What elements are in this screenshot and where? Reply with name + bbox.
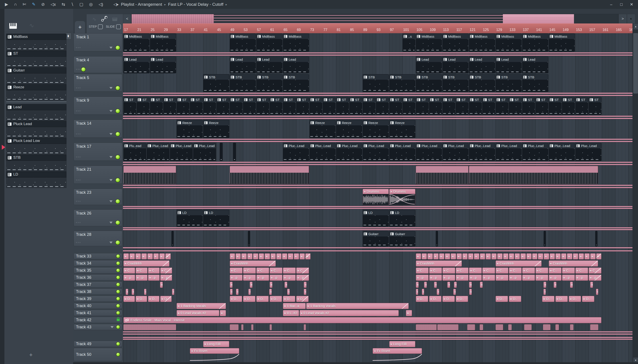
audio-clip[interactable]: » [123, 253, 129, 260]
audio-clip[interactable]: » [153, 253, 159, 260]
audio-clip-c-[interactable]: »C.. [588, 268, 601, 274]
track-mute-led[interactable] [115, 154, 120, 160]
audio-clip[interactable]: » [550, 253, 555, 260]
audio-clip-c-[interactable]: »C.. [482, 268, 495, 274]
navigator-scroll-right-button[interactable]: > [618, 14, 627, 24]
timeline-ruler[interactable]: 1721252933374145495357616569737781858993… [123, 24, 632, 34]
audio-clip--p[interactable]: »..p [562, 274, 575, 281]
collapsed-track-clip[interactable] [123, 141, 632, 142]
audio-clip-crashhhh[interactable]: »Crashhhh [549, 260, 598, 266]
collapsed-track-clip[interactable] [123, 116, 632, 117]
audio-clip--p[interactable]: »..p [575, 274, 588, 281]
audio-clip-d-[interactable]: »D.. [230, 296, 242, 302]
track-options-dots[interactable] [76, 222, 81, 223]
pattern-clip-st[interactable]: ST [509, 97, 522, 115]
close-button[interactable]: ✕ [629, 2, 634, 7]
audio-clip--p[interactable]: »..p [230, 274, 243, 281]
pattern-clip-st[interactable]: ST [296, 97, 309, 115]
audio-clip-c-[interactable]: »C.. [522, 268, 535, 274]
pattern-clip-reeze[interactable]: Reeze [177, 120, 203, 138]
pattern-clip-midbass[interactable]: MidBass [283, 34, 309, 52]
navigator-scroll-left-button[interactable]: < [123, 14, 131, 24]
track-1-lane[interactable]: MidBassMidBassMidBassMidBassMidBass..sMi… [123, 33, 632, 52]
audio-clip-0-lead-vocals-2[interactable]: »0 Lead Vocals #2 [177, 310, 219, 316]
track-mute-led[interactable] [115, 108, 120, 114]
track-39-lane[interactable]: »D..»D..»D..»D..»D..»D..»D..»D..»D..»D..… [123, 296, 632, 302]
audio-clip--p[interactable]: »..p [243, 274, 256, 281]
collapsed-track-clip[interactable] [123, 229, 632, 230]
audio-clip[interactable]: » [270, 282, 272, 288]
track-collapse-icon[interactable] [110, 242, 113, 244]
chopped-audio-clip[interactable] [251, 324, 253, 330]
track-options-dots[interactable] [76, 88, 81, 88]
pattern-clip-pluc-lead[interactable]: Pluc..Lead [469, 143, 495, 161]
pattern-clip-pluc-lead[interactable]: Pluc..Lead [495, 143, 522, 161]
audio-clip-fx-risert[interactable]: »Fx Risert [190, 348, 239, 361]
track-33-header[interactable]: Track 33 [74, 253, 122, 259]
audio-clip[interactable]: » [416, 289, 418, 295]
track-41-header[interactable]: Track 41 [74, 310, 122, 316]
delete-tool-icon[interactable]: ⊘ [41, 0, 45, 9]
pattern-clip-reeze[interactable]: Reeze [389, 120, 415, 138]
audio-clip[interactable]: » [282, 253, 287, 260]
collapsed-track-strips[interactable] [123, 138, 632, 142]
track-options-dots[interactable] [76, 180, 81, 180]
audio-clip[interactable]: » [497, 253, 502, 260]
audio-clip[interactable]: » [439, 253, 444, 260]
audio-clip[interactable]: » [265, 253, 270, 260]
pattern-clip-pluc-lead[interactable]: Pluc..Lead [522, 143, 548, 161]
audio-clip-d-[interactable]: »D.. [256, 296, 269, 302]
pattern-clip-st[interactable]: ST [137, 97, 150, 115]
track-collapse-icon[interactable] [110, 179, 113, 181]
audio-clip[interactable]: » [424, 282, 427, 288]
audio-clip-c-[interactable]: »C.. [256, 268, 269, 274]
audio-clip[interactable]: » [543, 289, 546, 295]
track-collapse-icon[interactable] [110, 222, 113, 224]
picker-item-pluck-lead-low[interactable]: Pluck Lead Low [6, 138, 67, 154]
audio-clip[interactable]: » [590, 282, 593, 288]
audio-clip-fx-risert[interactable]: »Fx Risert [373, 348, 422, 361]
audio-clip[interactable]: » [141, 253, 147, 260]
audio-clip-d-[interactable]: »D.. [442, 296, 455, 302]
collapsed-track-clip[interactable] [123, 95, 632, 96]
track-28-header[interactable]: Track 28 [74, 231, 122, 246]
audio-clip[interactable]: » [248, 289, 251, 295]
pattern-clip-pluc-lead[interactable]: Pluc..Lead [416, 143, 442, 161]
automation-clip[interactable]: Endless Smile - Main Vocal - Intensit [123, 317, 601, 323]
audio-clip-drumms[interactable]: »Drumms [363, 189, 389, 205]
pattern-clip-reeze[interactable]: Reeze [309, 120, 336, 138]
slice-tool-icon[interactable]: ∖ [71, 0, 74, 9]
chopped-audio-clip[interactable] [508, 324, 512, 330]
select-tool-icon[interactable]: ▢ [79, 0, 83, 9]
audio-clip--p[interactable]: »..p [588, 274, 601, 281]
track-17-lane[interactable]: Plu..eadPluc..LeadPluc..LeadPluc..LeadPl… [123, 142, 632, 161]
audio-clip--p[interactable]: »..p [522, 274, 535, 281]
audio-clip-d-[interactable]: »D.. [283, 296, 296, 302]
track-42-header[interactable]: Track 42 [74, 317, 122, 323]
track-mute-led[interactable] [115, 86, 120, 90]
track-options-dots[interactable] [76, 156, 81, 158]
pattern-clip-pluc-lead[interactable]: Pluc..Lead [147, 143, 170, 161]
arrangement-navigator[interactable] [131, 14, 618, 24]
audio-clip-crashhhh[interactable]: »Crashhhh [123, 260, 170, 266]
pattern-clip-stb[interactable]: STB [442, 74, 468, 92]
audio-clip-c-[interactable]: »C.. [283, 268, 296, 274]
audio-clip-crashhhh[interactable]: »Crashhhh [495, 260, 542, 266]
pattern-clip-lead[interactable]: Lead [522, 56, 548, 73]
audio-clip[interactable]: » [129, 253, 135, 260]
track-42-lane[interactable]: Endless Smile - Main Vocal - Intensit [123, 317, 632, 324]
track-lock-icon[interactable] [117, 319, 120, 321]
pattern-clip-midbass[interactable]: MidBass [150, 34, 176, 52]
audio-clip[interactable]: » [573, 253, 578, 260]
audio-clip[interactable]: » [230, 282, 233, 288]
audio-clip--p[interactable]: »..p [442, 274, 455, 281]
track-40-lane[interactable]: »1 Backing Vocals»1 Bac..a»1 Backing Voc… [123, 303, 632, 309]
pattern-clip-st[interactable]: ST [522, 97, 535, 115]
pattern-clip-st[interactable]: ST [270, 97, 282, 115]
pattern-clip-lead[interactable]: Lead [123, 56, 150, 73]
track-34-lane[interactable]: »Crashhhh»Crashhhh»Crashhhh»Crashhhh»Cra… [123, 260, 632, 267]
audio-clip[interactable]: » [172, 289, 175, 295]
pattern-clip-ld[interactable]: LD [177, 210, 203, 226]
pattern-clip-midbass[interactable]: MidBass [495, 34, 522, 52]
audio-clip-d-[interactable]: »D.. [243, 296, 256, 302]
